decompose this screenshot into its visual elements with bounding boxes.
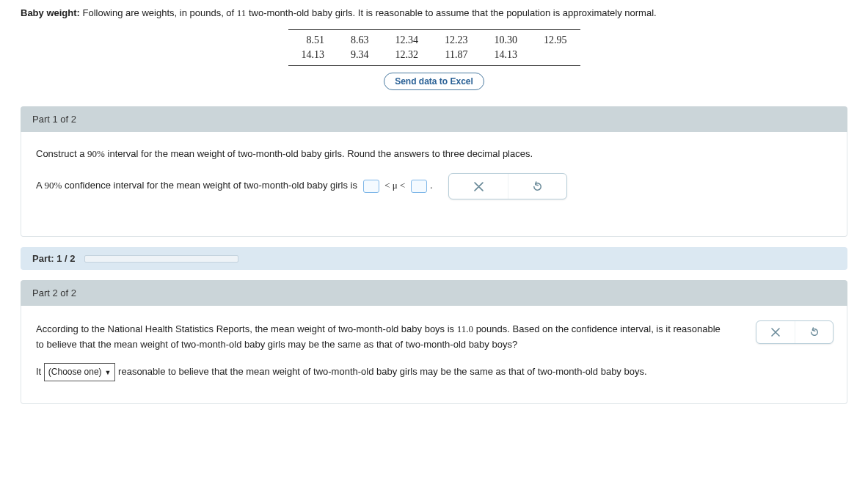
- part2-body: According to the National Health Statist…: [21, 306, 847, 404]
- data-cell: 8.63: [338, 33, 382, 48]
- chevron-down-icon: ▼: [105, 369, 112, 376]
- intro-label: Baby weight:: [21, 7, 80, 18]
- data-cell: 10.30: [481, 33, 531, 48]
- part2-controls: [756, 320, 834, 344]
- choose-one-select[interactable]: (Choose one)▼: [44, 363, 116, 382]
- undo-icon: [532, 181, 543, 192]
- reset-button[interactable]: [795, 321, 833, 343]
- mu-relation: < μ <: [384, 180, 405, 191]
- data-cell: 12.95: [530, 33, 580, 48]
- x-icon: [771, 328, 780, 337]
- data-block: 8.51 8.63 12.34 12.23 10.30 12.95 14.13 …: [21, 29, 847, 90]
- upper-bound-input[interactable]: [411, 180, 427, 193]
- data-cell: 12.34: [382, 33, 432, 48]
- intro-text-a: Following are weights, in pounds, of: [80, 7, 237, 18]
- data-cell: [530, 48, 580, 62]
- data-cell: 14.13: [481, 48, 531, 62]
- clear-button[interactable]: [449, 174, 508, 199]
- part1-question: Construct a 90% interval for the mean we…: [36, 148, 832, 160]
- table-row: 8.51 8.63 12.34 12.23 10.30 12.95: [288, 33, 580, 48]
- data-cell: 8.51: [288, 33, 338, 48]
- data-cell: 9.34: [338, 48, 382, 62]
- data-cell: 12.23: [431, 33, 481, 48]
- part1-answer-line: A 90% confidence interval for the mean w…: [36, 173, 832, 199]
- progress-track: [84, 255, 238, 263]
- part2-header: Part 2 of 2: [21, 280, 847, 306]
- undo-icon: [809, 327, 820, 337]
- problem-intro: Baby weight: Following are weights, in p…: [21, 7, 847, 19]
- progress-label: Part: 1 / 2: [32, 253, 76, 264]
- part2-question: According to the National Health Statist…: [36, 322, 726, 353]
- x-icon: [474, 182, 484, 191]
- part1-body: Construct a 90% interval for the mean we…: [21, 132, 847, 237]
- data-cell: 11.87: [431, 48, 481, 62]
- table-row: 14.13 9.34 12.32 11.87 14.13: [288, 48, 580, 62]
- data-table: 8.51 8.63 12.34 12.23 10.30 12.95 14.13 …: [288, 29, 580, 66]
- lower-bound-input[interactable]: [363, 180, 379, 193]
- data-cell: 14.13: [288, 48, 338, 62]
- send-to-excel-button[interactable]: Send data to Excel: [384, 73, 484, 90]
- part2-answer-line: It (Choose one)▼ reasonable to believe t…: [36, 363, 726, 382]
- part1-header: Part 1 of 2: [21, 106, 847, 132]
- reset-button[interactable]: [508, 174, 566, 199]
- clear-button[interactable]: [756, 321, 795, 343]
- part1-controls: [448, 173, 567, 199]
- data-cell: 12.32: [382, 48, 432, 62]
- intro-text-b: two-month-old baby girls. It is reasonab…: [246, 7, 656, 18]
- progress-row: Part: 1 / 2: [21, 247, 847, 270]
- intro-count: 11: [237, 7, 247, 18]
